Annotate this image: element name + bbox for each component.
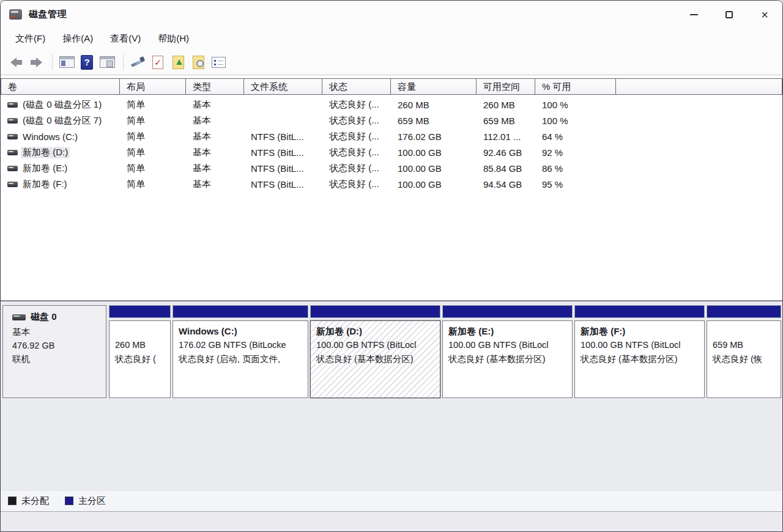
- page-up-button[interactable]: [169, 53, 187, 72]
- window-controls: ×: [676, 1, 782, 28]
- properties-button[interactable]: [128, 53, 147, 72]
- window-title: 磁盘管理: [29, 9, 67, 20]
- header-free-space[interactable]: 可用空间: [477, 78, 535, 95]
- help-button[interactable]: ?: [78, 53, 96, 72]
- volume-icon: [7, 166, 18, 171]
- partition-color-bar: [173, 305, 308, 318]
- check-document-button[interactable]: ✓: [149, 53, 167, 72]
- layout-cell: 简单: [120, 147, 186, 158]
- legend-primary: 主分区: [65, 495, 106, 507]
- table-row[interactable]: 新加卷 (F:) 简单 基本 NTFS (BitL... 状态良好 (... 1…: [1, 176, 782, 192]
- filesystem-cell: NTFS (BitL...: [244, 147, 322, 158]
- partition-c[interactable]: Windows (C:) 176.02 GB NTFS (BitLocke 状态…: [173, 305, 308, 398]
- pct-free-cell: 92 %: [535, 147, 616, 158]
- status-cell: 状态良好 (...: [322, 147, 391, 158]
- volume-name-cell: 新加卷 (D:): [1, 147, 120, 158]
- table-row[interactable]: Windows (C:) 简单 基本 NTFS (BitL... 状态良好 (.…: [1, 128, 782, 144]
- table-row[interactable]: (磁盘 0 磁盘分区 1) 简单 基本 状态良好 (... 260 MB 260…: [1, 97, 782, 113]
- type-cell: 基本: [186, 115, 244, 127]
- partition-color-bar: [442, 305, 573, 318]
- partition-status: 状态良好 (基本数据分区): [448, 352, 566, 366]
- menu-view[interactable]: 查看(V): [102, 31, 149, 47]
- capacity-cell: 176.02 GB: [391, 131, 477, 142]
- partition-size: 659 MB: [713, 338, 775, 352]
- partition-name: 新加卷 (E:): [448, 324, 566, 338]
- volume-name-cell: (磁盘 0 磁盘分区 7): [1, 115, 120, 127]
- disk-status: 联机: [12, 352, 106, 366]
- volume-icon: [7, 150, 18, 155]
- maximize-button[interactable]: [711, 1, 747, 28]
- disk-0-label-panel[interactable]: 磁盘 0 基本 476.92 GB 联机: [2, 305, 106, 398]
- partition-d-selected[interactable]: 新加卷 (D:) 100.00 GB NTFS (BitLocl 状态良好 (基…: [310, 305, 440, 398]
- free-space-cell: 112.01 ...: [477, 131, 535, 142]
- header-capacity[interactable]: 容量: [391, 78, 477, 95]
- volume-list: 卷 布局 类型 文件系统 状态 容量 可用空间 % 可用 (磁盘 0 磁盘分区 …: [1, 75, 782, 300]
- list-header: 卷 布局 类型 文件系统 状态 容量 可用空间 % 可用: [1, 78, 782, 95]
- volume-name-cell: Windows (C:): [1, 131, 120, 142]
- screwdriver-icon: [130, 55, 145, 70]
- partition-name: 新加卷 (F:): [581, 324, 699, 338]
- capacity-cell: 100.00 GB: [391, 179, 477, 190]
- partition-status: 状态良好 (基本数据分区): [316, 352, 434, 366]
- table-row[interactable]: 新加卷 (E:) 简单 基本 NTFS (BitL... 状态良好 (... 1…: [1, 160, 782, 176]
- action-pane-button[interactable]: [98, 53, 116, 72]
- partition-size: 260 MB: [115, 338, 165, 352]
- partition-recovery[interactable]: 659 MB 状态良好 (恢: [707, 305, 781, 398]
- menu-help[interactable]: 帮助(H): [149, 31, 198, 47]
- free-space-cell: 92.46 GB: [477, 147, 535, 158]
- free-space-cell: 85.84 GB: [477, 163, 535, 174]
- console-tree-icon: [59, 56, 75, 68]
- status-cell: 状态良好 (...: [322, 99, 391, 111]
- partition-f[interactable]: 新加卷 (F:) 100.00 GB NTFS (BitLocl 状态良好 (基…: [574, 305, 705, 398]
- maximize-icon: [725, 11, 733, 18]
- forward-button[interactable]: [27, 53, 45, 72]
- table-row[interactable]: (磁盘 0 磁盘分区 7) 简单 基本 状态良好 (... 659 MB 659…: [1, 113, 782, 128]
- console-tree-button[interactable]: [58, 53, 76, 72]
- header-filler: [616, 78, 782, 95]
- page-search-button[interactable]: [189, 53, 207, 72]
- menu-file[interactable]: 文件(F): [7, 31, 54, 47]
- volume-icon: [7, 102, 18, 108]
- status-cell: 状态良好 (...: [322, 179, 391, 190]
- capacity-cell: 659 MB: [391, 116, 477, 126]
- type-cell: 基本: [186, 99, 244, 111]
- free-space-cell: 94.54 GB: [477, 179, 535, 190]
- back-icon: [10, 57, 22, 67]
- header-volume[interactable]: 卷: [1, 78, 120, 95]
- type-cell: 基本: [186, 163, 244, 174]
- partition-e[interactable]: 新加卷 (E:) 100.00 GB NTFS (BitLocl 状态良好 (基…: [442, 305, 573, 398]
- forward-icon: [31, 57, 42, 67]
- details-view-button[interactable]: [209, 53, 228, 72]
- partition-size: 100.00 GB NTFS (BitLocl: [581, 338, 699, 352]
- header-layout[interactable]: 布局: [120, 78, 186, 95]
- pct-free-cell: 100 %: [535, 116, 616, 126]
- unallocated-color-swatch: [8, 497, 17, 505]
- partition-name: 新加卷 (D:): [316, 324, 434, 338]
- primary-partition-color-swatch: [65, 497, 73, 505]
- header-type[interactable]: 类型: [186, 78, 244, 95]
- disk-drive-icon[interactable]: [9, 9, 22, 20]
- partition-size: 100.00 GB NTFS (BitLocl: [316, 338, 434, 352]
- minimize-button[interactable]: [676, 1, 711, 28]
- menu-action[interactable]: 操作(A): [54, 31, 102, 47]
- status-cell: 状态良好 (...: [322, 131, 391, 142]
- header-status[interactable]: 状态: [322, 78, 391, 95]
- back-button[interactable]: [7, 53, 25, 72]
- check-document-icon: ✓: [152, 56, 163, 69]
- disk-icon: [12, 314, 26, 320]
- partitions: 260 MB 状态良好 ( Windows (C:) 176.02 GB NTF…: [109, 305, 781, 398]
- close-button[interactable]: ×: [747, 1, 782, 28]
- graphical-view: 磁盘 0 基本 476.92 GB 联机 260 MB 状态良好 (: [1, 300, 782, 490]
- minimize-icon: [690, 14, 698, 15]
- legend-bar: 未分配 主分区: [1, 490, 782, 512]
- partition-status: 状态良好 (基本数据分区): [581, 352, 699, 366]
- partition-efi[interactable]: 260 MB 状态良好 (: [109, 305, 171, 398]
- header-filesystem[interactable]: 文件系统: [244, 78, 322, 95]
- partition-status: 状态良好 (: [115, 352, 165, 366]
- status-footer: [1, 512, 782, 531]
- action-pane-icon: [100, 56, 115, 68]
- volume-icon: [7, 118, 18, 124]
- close-icon: ×: [761, 9, 768, 21]
- table-row-selected[interactable]: 新加卷 (D:) 简单 基本 NTFS (BitL... 状态良好 (... 1…: [1, 144, 782, 160]
- header-pct-free[interactable]: % 可用: [535, 78, 616, 95]
